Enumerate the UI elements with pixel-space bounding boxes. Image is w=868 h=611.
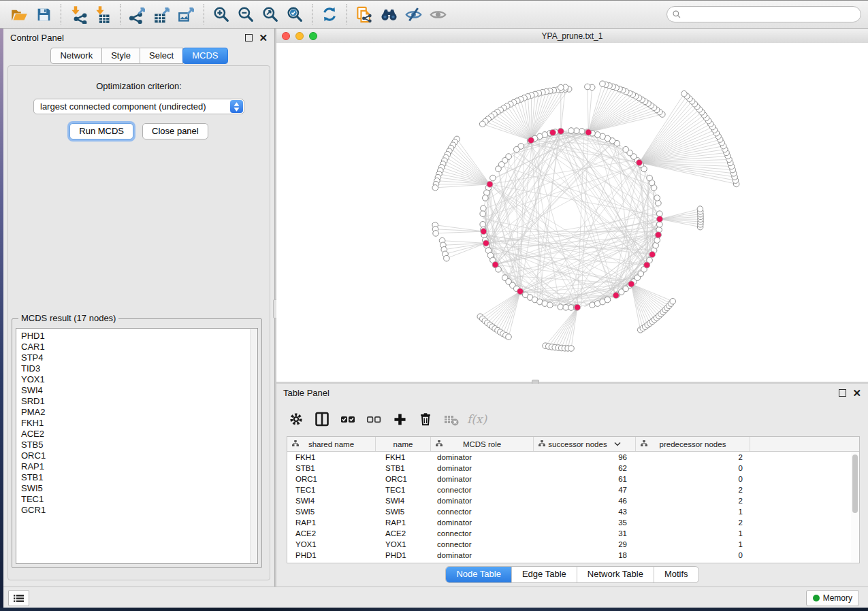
show-graphics-details-button[interactable] — [425, 3, 450, 25]
function-builder-icon: f(x) — [466, 411, 489, 427]
open-file-button[interactable] — [7, 3, 31, 25]
column-header-predecessor-nodes[interactable]: predecessor nodes — [636, 437, 750, 451]
mcds-result-item[interactable]: STP4 — [21, 352, 257, 363]
column-header-successor-nodes[interactable]: successor nodes — [534, 437, 636, 451]
mcds-result-item[interactable]: FKH1 — [21, 418, 257, 429]
table-row[interactable]: YOX1YOX1connector291 — [287, 539, 859, 550]
mcds-result-item[interactable]: ORC1 — [21, 450, 257, 461]
delete-columns-button[interactable] — [413, 408, 438, 431]
toolbar-separator — [61, 4, 61, 24]
show-hide-columns-button[interactable] — [309, 408, 335, 431]
memory-status-icon — [813, 595, 820, 601]
table-scrollbar-thumb[interactable] — [852, 455, 858, 513]
search-network-button[interactable] — [376, 3, 401, 25]
mcds-result-item[interactable]: PHD1 — [21, 331, 257, 342]
mcds-result-item[interactable]: TEC1 — [21, 494, 257, 505]
export-network-button[interactable] — [125, 3, 150, 25]
mcds-list-scrollbar[interactable] — [250, 329, 257, 563]
clone-network-button[interactable] — [352, 3, 376, 25]
function-builder-button: f(x) — [464, 408, 490, 431]
column-header-name[interactable]: name — [376, 437, 431, 451]
control-panel-tabs: NetworkStyleSelectMCDS — [3, 48, 274, 64]
table-row[interactable]: TEC1TEC1connector472 — [287, 484, 859, 495]
mcds-result-item[interactable]: SRD1 — [21, 396, 257, 407]
table-settings-gear-button[interactable] — [283, 408, 309, 431]
hide-graphics-details-icon — [404, 5, 423, 24]
column-header-MCDS-role[interactable]: MCDS role — [431, 437, 534, 451]
close-panel-icon[interactable]: ✕ — [259, 33, 268, 43]
column-header-shared-name[interactable]: shared name — [287, 437, 376, 451]
import-network-file-button[interactable] — [66, 3, 91, 25]
network-canvas[interactable] — [276, 43, 868, 382]
network-window-titlebar[interactable]: YPA_prune.txt_1 — [276, 29, 868, 44]
tab-node-table[interactable]: Node Table — [446, 567, 511, 582]
mcds-result-item[interactable]: CAR1 — [21, 342, 257, 352]
mcds-result-item[interactable]: ACE2 — [21, 429, 257, 440]
toolbar-separator — [120, 4, 120, 24]
zoom-selected-region-button[interactable] — [283, 3, 307, 25]
tab-network[interactable]: Network — [50, 48, 102, 64]
mcds-result-item[interactable]: PMA2 — [21, 407, 257, 418]
table-scrollbar[interactable] — [851, 452, 858, 562]
sort-desc-icon — [614, 442, 621, 446]
tab-motifs[interactable]: Motifs — [654, 567, 698, 582]
table-row[interactable]: SWI5SWI5connector431 — [287, 506, 859, 517]
export-network-icon — [129, 5, 147, 24]
run-mcds-button[interactable]: Run MCDS — [69, 123, 133, 139]
mcds-result-item[interactable]: STB5 — [21, 440, 257, 450]
memory-button[interactable]: Memory — [806, 590, 859, 606]
column-header-filler — [750, 437, 859, 451]
table-row[interactable]: SWI4SWI4dominator462 — [287, 495, 859, 506]
table-settings-gear-icon — [289, 412, 304, 427]
import-table-file-button[interactable] — [91, 3, 115, 25]
tab-style[interactable]: Style — [101, 48, 140, 64]
tab-edge-table[interactable]: Edge Table — [511, 567, 577, 582]
node-table: shared namenameMCDS rolesuccessor nodesp… — [287, 436, 860, 563]
tab-mcds[interactable]: MCDS — [182, 48, 227, 64]
mcds-result-list[interactable]: PHD1CAR1STP4TID3YOX1SWI4SRD1PMA2FKH1ACE2… — [16, 328, 258, 564]
mcds-result-item[interactable]: STB1 — [21, 472, 257, 483]
show-hide-columns-icon — [314, 411, 330, 427]
table-row[interactable]: ORC1ORC1dominator610 — [287, 474, 859, 484]
optimization-criterion-select[interactable]: largest connected component (undirected) — [33, 99, 244, 114]
desktop-wallpaper-bottom — [0, 608, 868, 611]
table-row[interactable]: ACE2ACE2connector311 — [287, 528, 859, 539]
refresh-network-view-button[interactable] — [317, 3, 342, 25]
zoom-out-button[interactable] — [234, 3, 258, 25]
table-row[interactable]: RAP1RAP1dominator352 — [287, 517, 859, 528]
tab-select[interactable]: Select — [140, 48, 183, 64]
float-table-panel-icon[interactable] — [839, 389, 846, 397]
mcds-result-item[interactable]: RAP1 — [21, 461, 257, 472]
mcds-result-groupbox: MCDS result (17 nodes) PHD1CAR1STP4TID3Y… — [12, 318, 262, 568]
search-input[interactable] — [681, 9, 856, 20]
network-window: YPA_prune.txt_1 — [276, 29, 868, 382]
zoom-selected-region-icon — [286, 5, 304, 23]
mcds-result-item[interactable]: GCR1 — [21, 505, 257, 516]
mcds-result-item[interactable]: SWI5 — [21, 483, 257, 494]
zoom-in-button[interactable] — [209, 3, 234, 25]
tab-network-table[interactable]: Network Table — [577, 567, 654, 582]
mcds-result-item[interactable]: TID3 — [21, 363, 257, 374]
refresh-network-view-icon — [321, 5, 338, 23]
mcds-result-item[interactable]: YOX1 — [21, 374, 257, 385]
zoom-fit-content-button[interactable] — [258, 3, 283, 25]
select-all-button[interactable] — [335, 408, 361, 431]
task-history-button[interactable] — [8, 590, 29, 606]
search-box[interactable] — [666, 6, 861, 22]
mcds-result-item[interactable]: SWI4 — [21, 385, 257, 396]
save-session-button[interactable] — [31, 3, 56, 25]
table-toolbar: f(x) — [283, 405, 490, 433]
network-leaf-nodes[interactable] — [432, 81, 739, 351]
deselect-all-button[interactable] — [361, 408, 387, 431]
table-row[interactable]: PHD1PHD1dominator180 — [287, 550, 859, 561]
close-table-panel-icon[interactable]: ✕ — [852, 388, 861, 398]
table-row[interactable]: STB1STB1dominator620 — [287, 463, 859, 474]
save-session-icon — [35, 6, 52, 23]
float-panel-icon[interactable] — [245, 34, 253, 42]
export-table-button[interactable] — [150, 3, 174, 25]
close-panel-button[interactable]: Close panel — [142, 123, 208, 139]
hide-graphics-details-button[interactable] — [401, 3, 425, 25]
table-row[interactable]: FKH1FKH1dominator962 — [287, 452, 859, 463]
create-column-button[interactable] — [387, 408, 413, 431]
export-image-button[interactable] — [174, 3, 199, 25]
